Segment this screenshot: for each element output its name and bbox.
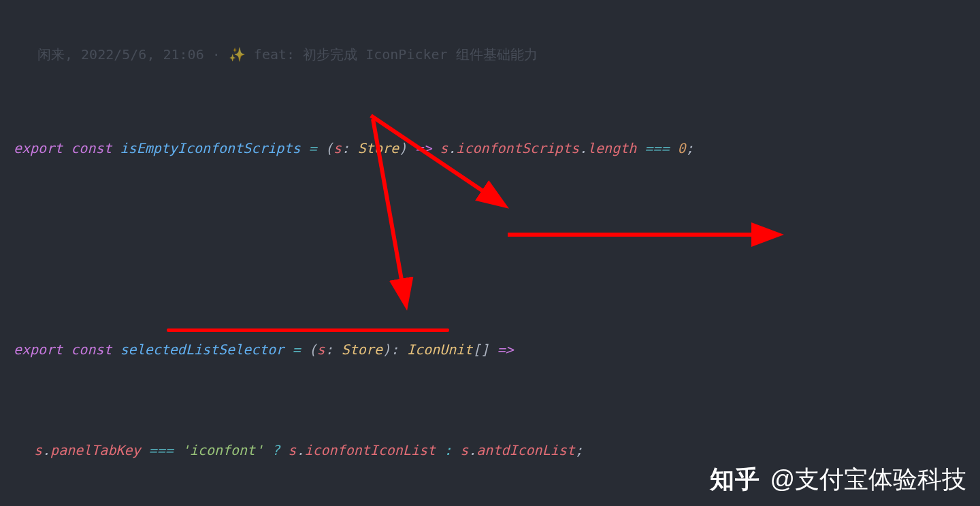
code-line: export const isEmptyIconfontScripts = (s…: [7, 131, 973, 166]
watermark-text: @支付宝体验科技: [770, 460, 966, 499]
git-blame-line: 闲来, 2022/5/6, 21:06 · ✨ feat: 初步完成 IconP…: [7, 44, 973, 65]
code-line: export const selectedListSelector = (s: …: [7, 332, 973, 367]
annotation-underline: [167, 328, 449, 332]
code-line: [7, 231, 973, 267]
code-editor[interactable]: 闲来, 2022/5/6, 21:06 · ✨ feat: 初步完成 IconP…: [0, 0, 980, 506]
watermark: 知乎 @支付宝体验科技: [710, 460, 966, 499]
zhihu-logo: 知乎: [710, 460, 760, 499]
